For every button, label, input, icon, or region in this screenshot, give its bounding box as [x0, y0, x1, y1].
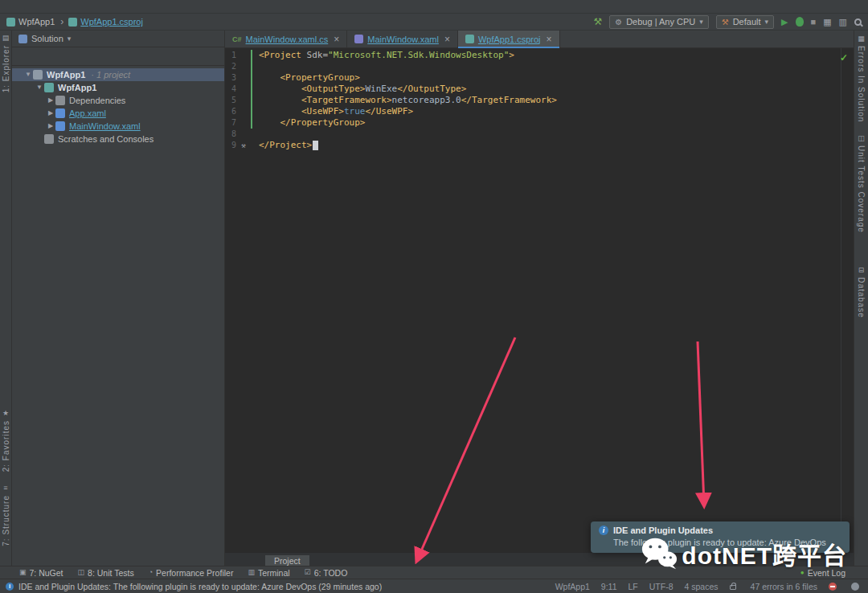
code-line[interactable]: 3 <PropertyGroup> — [225, 72, 854, 84]
tool-window-button[interactable]: ▣ 7: NuGet — [19, 568, 63, 578]
close-icon[interactable]: × — [547, 34, 552, 45]
notification-title: IDE and Plugin Updates — [613, 526, 713, 535]
watermark: dotNET跨平台 — [641, 535, 847, 572]
tool-window-button[interactable]: ◫ 8: Unit Tests — [78, 568, 134, 578]
launch-settings-selector[interactable]: ⚒ Default ▾ — [716, 15, 774, 29]
breadcrumb-item[interactable]: WpfApp1 › — [6, 16, 66, 27]
tool-window-stripe-button[interactable]: ≡ 7: Structure — [2, 485, 10, 546]
editor-tab[interactable]: MainWindow.xaml × — [347, 31, 458, 47]
file-type-icon — [465, 35, 474, 43]
right-tool-stripe: ▦ Errors In Solution ◫ Unit Tests Covera… — [854, 31, 868, 566]
tree-expand-icon[interactable]: ▼ — [35, 81, 44, 94]
tree-node[interactable]: ▼ WpfApp1 · 1 project — [12, 68, 224, 81]
node-icon — [44, 134, 54, 144]
run-toolbar: ⚒ ⚙ Debug | Any CPU ▾ ⚒ Default ▾ ▶ ■ ▦ … — [593, 15, 862, 29]
tool-window-button[interactable]: ◔ Performance Profiler — [149, 568, 234, 578]
stripe-label: 2: Favorites — [2, 420, 10, 472]
view-mode-selector[interactable]: Solution — [31, 34, 63, 43]
tree-node[interactable]: ▶ Dependencies — [12, 94, 224, 107]
stop-button[interactable]: ■ — [811, 18, 817, 27]
code-line[interactable]: 4 <OutputType>WinExe</OutputType> — [225, 84, 854, 95]
tool-window-icon: ▦ — [858, 35, 865, 43]
tool-window-button[interactable]: ▥ Terminal — [248, 568, 289, 578]
tree-node[interactable]: Scratches and Consoles — [12, 133, 224, 145]
breadcrumb: WpfApp1 › WpfApp1.csproj — [6, 16, 151, 27]
node-icon — [33, 70, 43, 80]
tool-label: 8: Unit Tests — [88, 568, 134, 578]
status-item[interactable]: 47 errors in 6 files — [751, 582, 817, 591]
tool-label: Performance Profiler — [156, 568, 233, 578]
code-line[interactable]: 9⚒</Project> — [225, 140, 854, 151]
editor-tabs: C# MainWindow.xaml.cs × MainWindow.xaml … — [225, 31, 854, 48]
status-item[interactable]: WpfApp1 — [555, 582, 590, 591]
configuration-label: Debug | Any CPU — [626, 17, 695, 27]
status-bar: i IDE and Plugin Updates: The following … — [0, 579, 868, 593]
update-icon[interactable]: i — [6, 583, 14, 591]
node-label: Dependencies — [69, 94, 125, 107]
search-everywhere-icon[interactable] — [854, 18, 862, 26]
tool-window-icon: ≡ — [3, 485, 7, 492]
tree-expand-icon[interactable]: ▶ — [46, 107, 55, 120]
tool-icon: ◫ — [78, 569, 85, 576]
tree-node[interactable]: ▼ WpfApp1 — [12, 81, 224, 94]
status-item[interactable]: UTF-8 — [649, 582, 674, 591]
node-label: Scratches and Consoles — [58, 133, 154, 145]
status-message[interactable]: IDE and Plugin Updates: The following pl… — [18, 582, 382, 591]
inspections-ok-icon[interactable]: ✓ — [840, 52, 848, 63]
build-icon[interactable]: ⚒ — [593, 17, 602, 27]
status-label: 47 errors in 6 files — [751, 582, 817, 591]
tool-window-stripe-button[interactable]: ▦ Errors In Solution — [857, 35, 866, 122]
status-item[interactable] — [851, 583, 862, 591]
configuration-selector[interactable]: ⚙ Debug | Any CPU ▾ — [609, 15, 709, 29]
code-line[interactable]: 7 </PropertyGroup> — [225, 117, 854, 129]
editor-area: C# MainWindow.xaml.cs × MainWindow.xaml … — [225, 31, 854, 566]
code-line[interactable]: 2 — [225, 61, 854, 72]
line-number: 9 — [225, 140, 236, 151]
status-item[interactable] — [730, 583, 739, 590]
debug-button[interactable] — [796, 17, 804, 27]
tree-expand-icon[interactable]: ▶ — [46, 94, 55, 107]
editor-tab[interactable]: C# MainWindow.xaml.cs × — [225, 31, 347, 47]
vcs-change-marker — [251, 72, 252, 84]
project-panel-header: Solution ▾ — [12, 31, 224, 47]
code-line[interactable]: 1<Project Sdk="Microsoft.NET.Sdk.Windows… — [225, 50, 854, 61]
breadcrumb-item[interactable]: WpfApp1.csproj — [68, 17, 151, 27]
code-editor[interactable]: 1<Project Sdk="Microsoft.NET.Sdk.Windows… — [225, 48, 854, 552]
tree-node[interactable]: ▶ App.xaml — [12, 107, 224, 120]
tool-window-stripe-button[interactable]: ◫ Unit Tests Coverage — [857, 135, 866, 233]
status-item[interactable]: LF — [628, 582, 638, 591]
line-number: 8 — [225, 129, 236, 140]
coverage-button[interactable]: ▦ — [823, 18, 831, 27]
node-label: MainWindow.xaml — [69, 120, 141, 133]
tool-label: 7: NuGet — [30, 568, 63, 578]
node-icon — [55, 96, 65, 105]
line-number: 7 — [225, 117, 236, 129]
stripe-label: Errors In Solution — [857, 46, 866, 122]
status-item[interactable]: 9:11 — [601, 582, 617, 591]
run-button[interactable]: ▶ — [781, 18, 788, 27]
editor-tab[interactable]: WpfApp1.csproj × — [458, 31, 560, 47]
close-icon[interactable]: × — [334, 34, 339, 45]
code-line[interactable]: 6 <UseWPF>true</UseWPF> — [225, 106, 854, 117]
status-item[interactable] — [829, 583, 840, 591]
solution-tree: ▼ WpfApp1 · 1 project ▼ WpfApp1 ▶ Depend… — [12, 66, 224, 145]
tool-window-stripe-button[interactable]: ★ 2: Favorites — [2, 410, 10, 472]
tree-node[interactable]: ▶ MainWindow.xaml — [12, 120, 224, 133]
code-line[interactable]: 8 — [225, 129, 854, 140]
tree-expand-icon[interactable]: ▼ — [23, 68, 33, 81]
watermark-text: dotNET跨平台 — [682, 536, 847, 571]
code-line[interactable]: 5 <TargetFramework>netcoreapp3.0</Target… — [225, 95, 854, 106]
file-type-icon: C# — [232, 35, 242, 43]
profiler-button[interactable]: ▥ — [839, 18, 847, 27]
status-item[interactable]: 4 spaces — [685, 582, 719, 591]
tool-window-stripe-button[interactable]: ⊟ Database — [857, 267, 866, 318]
status-icon — [730, 585, 736, 590]
tool-window-icon: ◫ — [858, 135, 865, 142]
tool-window-button[interactable]: ☑ 6: TODO — [305, 568, 348, 578]
vcs-change-marker — [251, 61, 252, 72]
tool-window-stripe-button[interactable]: ▤ 1: Explorer — [2, 35, 10, 92]
tree-expand-icon[interactable]: ▶ — [46, 120, 55, 133]
tool-icon: ☑ — [305, 569, 311, 576]
close-icon[interactable]: × — [444, 34, 450, 45]
tool-window-icon: ▤ — [2, 35, 10, 42]
